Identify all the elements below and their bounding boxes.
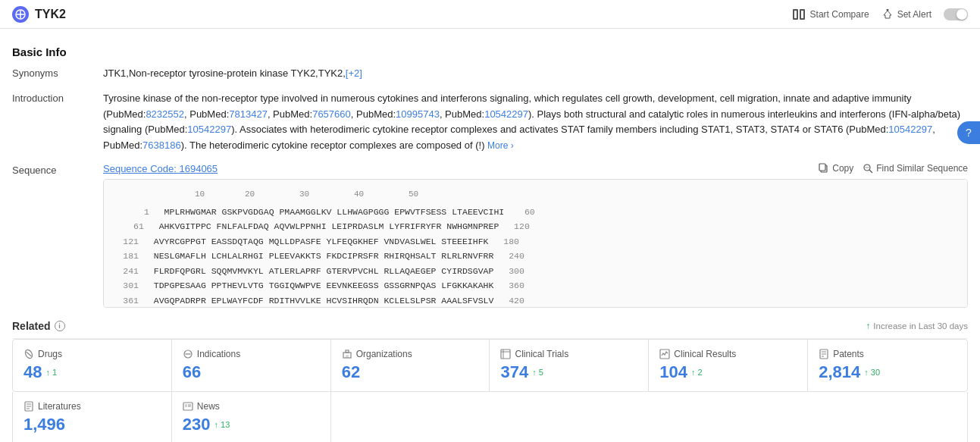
- patents-delta: ↑ 30: [864, 368, 880, 377]
- find-similar-label: Find Similar Sequence: [876, 163, 968, 174]
- lit-icon: [23, 401, 34, 412]
- compare-icon: [793, 9, 806, 20]
- sequence-label: Sequence: [12, 163, 103, 176]
- pubmed-7657660[interactable]: 7657660: [312, 108, 351, 120]
- news-icon: [183, 401, 193, 412]
- alert-icon: [881, 9, 894, 20]
- patents-value: 2,814 ↑ 30: [819, 362, 957, 382]
- set-alert-button[interactable]: Set Alert: [881, 9, 931, 20]
- pubmed-10995743[interactable]: 10995743: [396, 108, 440, 120]
- stat-indications[interactable]: Indications 66: [172, 340, 331, 391]
- basic-info-section-title: Basic Info: [12, 36, 968, 66]
- start-compare-button[interactable]: Start Compare: [793, 9, 869, 20]
- svg-rect-21: [346, 355, 349, 358]
- increase-arrow-icon: ↑: [866, 321, 870, 331]
- more-link[interactable]: More ›: [487, 140, 514, 151]
- help-bubble[interactable]: ?: [957, 121, 980, 144]
- seq-line-181: 181 NESLGMAFLH LCHLALRHGI PLEEVAKKTS FKD…: [111, 249, 960, 264]
- seq-line-61: 61 AHKVGITPPC FNLFALFDAQ AQVWLPPNHI LEIP…: [111, 219, 960, 234]
- svg-point-17: [187, 353, 189, 355]
- stat-patents[interactable]: Patents 2,814 ↑ 30: [808, 340, 967, 391]
- clinical-results-label: Clinical Results: [659, 349, 797, 359]
- synonyms-label: Synonyms: [12, 66, 103, 79]
- stat-news[interactable]: News 230 ↑ 13: [172, 392, 331, 442]
- svg-rect-35: [185, 404, 187, 407]
- svg-point-16: [185, 353, 186, 355]
- svg-line-14: [27, 352, 32, 356]
- logo-icon: [12, 6, 29, 23]
- stat-clinical-trials[interactable]: Clinical Trials 374 ↑ 5: [490, 340, 649, 391]
- sequence-box[interactable]: 10 20 30 40 50 1 MPLRHWGMAR GSKPVGDGAQ P…: [103, 179, 968, 308]
- stat-literatures[interactable]: Literatures 1,496: [13, 392, 172, 442]
- organizations-value: 62: [342, 362, 479, 382]
- pubmed-10542297-2[interactable]: 10542297: [187, 124, 231, 135]
- compare-label: Start Compare: [810, 9, 869, 20]
- svg-point-7: [886, 9, 888, 11]
- sequence-header: Sequence Code: 1694065 Copy: [103, 163, 968, 174]
- sequence-actions: Copy Find Similar Sequence: [819, 163, 968, 174]
- stat-clinical-results[interactable]: Clinical Results 104 ↑ 2: [649, 340, 808, 391]
- indication-icon: [183, 349, 193, 359]
- pubmed-10542297-1[interactable]: 10542297: [484, 108, 528, 120]
- stat-organizations[interactable]: Organizations 62: [331, 340, 490, 391]
- copy-button[interactable]: Copy: [819, 163, 853, 174]
- alert-toggle[interactable]: [944, 8, 968, 20]
- pubmed-8232552[interactable]: 8232552: [146, 108, 184, 120]
- patent-icon: [819, 349, 829, 359]
- page-title: TYK2: [35, 8, 793, 21]
- synonyms-value: JTK1,Non-receptor tyrosine-protein kinas…: [103, 66, 968, 82]
- stat-drugs[interactable]: Drugs 48 ↑ 1: [13, 340, 172, 391]
- sequence-row: Sequence Sequence Code: 1694065 Copy: [12, 163, 968, 308]
- patents-label: Patents: [819, 349, 957, 359]
- increase-text: ↑ Increase in Last 30 days: [866, 321, 968, 331]
- drugs-delta: ↑ 1: [45, 368, 57, 377]
- copy-icon: [819, 163, 829, 174]
- svg-line-11: [869, 170, 872, 173]
- copy-label: Copy: [832, 163, 853, 174]
- related-header: Related i ↑ Increase in Last 30 days: [12, 320, 968, 339]
- find-similar-icon: [863, 163, 873, 174]
- alert-label: Set Alert: [897, 9, 931, 20]
- clinical-trials-value: 374 ↑ 5: [500, 362, 637, 382]
- drugs-value: 48 ↑ 1: [23, 362, 161, 382]
- seq-line-241: 241 FLRDFQPGRL SQQMVMVKYL ATLERLAPRF GTE…: [111, 264, 960, 279]
- related-info-icon[interactable]: i: [55, 321, 65, 331]
- org-icon: [342, 349, 352, 359]
- svg-rect-5: [794, 11, 797, 18]
- stat-empty: [331, 392, 967, 442]
- svg-rect-20: [346, 350, 349, 353]
- sequence-code-link[interactable]: Sequence Code: 1694065: [103, 163, 819, 174]
- pubmed-7813427[interactable]: 7813427: [229, 108, 268, 120]
- seq-line-301: 301 TDPGPESAAG PPTHEVLVTG TGGIQWWPVE EEV…: [111, 278, 960, 293]
- main-content: Basic Info Synonyms JTK1,Non-receptor ty…: [0, 29, 980, 442]
- pubmed-7638186[interactable]: 7638186: [142, 139, 181, 151]
- literatures-value: 1,496: [23, 415, 161, 434]
- indications-value: 66: [183, 362, 320, 382]
- drug-icon: [23, 349, 34, 359]
- svg-rect-22: [501, 350, 510, 359]
- news-value: 230 ↑ 13: [183, 415, 320, 434]
- seq-line-1: 1 MPLRHWGMAR GSKPVGDGAQ PMAAMGGLKV LLHWA…: [111, 205, 960, 220]
- organizations-label: Organizations: [342, 349, 479, 359]
- stats-grid: Drugs 48 ↑ 1 Indications 66: [12, 339, 968, 392]
- seq-line-361: 361 AVGQPADRPR EPLWAYFCDF RDITHVVLKE HCV…: [111, 293, 960, 308]
- sequence-ruler: 10 20 30 40 50: [140, 187, 960, 202]
- sequence-container: Sequence Code: 1694065 Copy: [103, 163, 968, 308]
- indications-label: Indications: [183, 349, 320, 359]
- trial-icon: [500, 349, 511, 359]
- literatures-label: Literatures: [23, 401, 161, 412]
- seq-line-121: 121 AVYRCGPPGT EASSDQTAQG MQLLDPASFE YLF…: [111, 234, 960, 249]
- news-delta: ↑ 13: [214, 420, 230, 429]
- introduction-label: Introduction: [12, 91, 103, 104]
- find-similar-button[interactable]: Find Similar Sequence: [863, 163, 968, 174]
- news-label: News: [183, 401, 320, 412]
- clinical-results-delta: ↑ 2: [691, 368, 703, 377]
- clinical-trials-delta: ↑ 5: [532, 368, 543, 377]
- introduction-value: Tyrosine kinase of the non-receptor type…: [103, 91, 968, 154]
- synonyms-row: Synonyms JTK1,Non-receptor tyrosine-prot…: [12, 66, 968, 82]
- synonyms-more-link[interactable]: [+2]: [346, 67, 362, 79]
- drugs-label: Drugs: [23, 349, 161, 359]
- header-actions: Start Compare Set Alert: [793, 8, 968, 20]
- introduction-row: Introduction Tyrosine kinase of the non-…: [12, 91, 968, 154]
- pubmed-10542297-3[interactable]: 10542297: [888, 124, 932, 135]
